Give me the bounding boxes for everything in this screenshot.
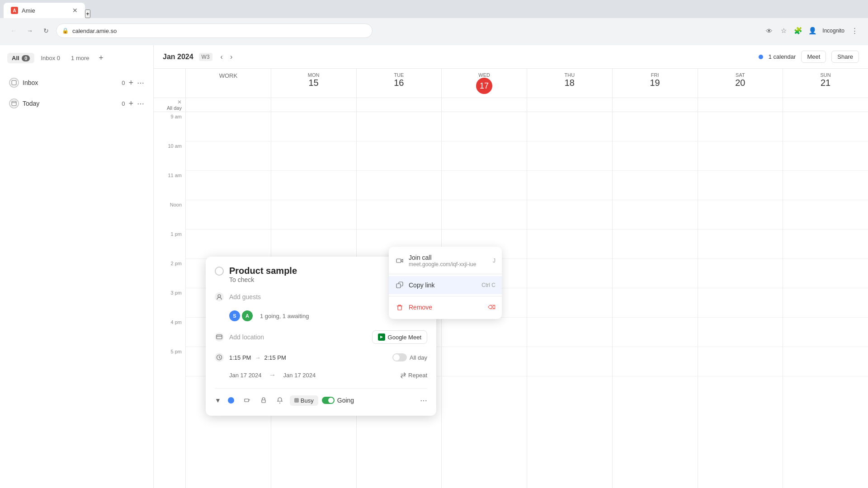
event-time-row: 1:15 PM → 2:15 PM All day bbox=[215, 351, 427, 364]
tab-inbox[interactable]: Inbox 0 bbox=[36, 53, 65, 63]
day-column-sun[interactable] bbox=[783, 112, 868, 488]
status-dot bbox=[294, 398, 299, 403]
all-day-cell-wed[interactable] bbox=[441, 98, 527, 112]
tab-all[interactable]: All 0 bbox=[7, 53, 34, 63]
browser-chrome: A Amie ✕ + ← → ↻ 🔒 calendar.amie.so 👁 ☆ … bbox=[0, 0, 868, 45]
new-tab-button[interactable]: + bbox=[85, 9, 90, 18]
day-name-work: Work bbox=[186, 72, 271, 79]
all-day-toggle[interactable]: All day bbox=[392, 353, 427, 361]
guests-add-label: Add guests bbox=[229, 293, 261, 300]
time-label-5pm: 5 pm bbox=[154, 347, 185, 376]
all-day-switch[interactable] bbox=[392, 353, 407, 361]
event-status-circle[interactable] bbox=[215, 267, 224, 276]
profile-icon[interactable]: 👤 bbox=[806, 24, 819, 37]
calendar-header: Jan 2024 W3 ‹ › 1 calendar Meet Share bbox=[154, 45, 868, 69]
sidebar-add-button[interactable]: + bbox=[96, 52, 107, 63]
tab-close-button[interactable]: ✕ bbox=[72, 7, 78, 14]
day-name-thu: Thu bbox=[527, 72, 612, 78]
address-bar[interactable]: 🔒 calendar.amie.so bbox=[56, 23, 373, 38]
reload-button[interactable]: ↻ bbox=[40, 24, 52, 37]
all-day-x: ✕ bbox=[177, 99, 182, 105]
svg-rect-1 bbox=[12, 101, 16, 106]
today-more-button[interactable]: ⋯ bbox=[137, 99, 144, 108]
all-day-cell-thu[interactable] bbox=[527, 98, 612, 112]
event-lock-button[interactable] bbox=[257, 394, 270, 407]
extensions-icon[interactable]: 🧩 bbox=[792, 24, 804, 37]
calendar-count-label: 1 calendar bbox=[769, 53, 796, 60]
day-number-sat: 20 bbox=[698, 78, 783, 88]
url-text: calendar.amie.so bbox=[72, 28, 117, 34]
time-label-1pm: 1 pm bbox=[154, 230, 185, 259]
svg-rect-0 bbox=[12, 80, 16, 85]
busy-status-badge[interactable]: Busy bbox=[290, 395, 318, 406]
day-column-sat[interactable] bbox=[698, 112, 783, 488]
expand-button[interactable]: ▼ bbox=[215, 397, 221, 404]
google-meet-icon bbox=[378, 333, 385, 341]
all-day-cell-mon[interactable] bbox=[271, 98, 356, 112]
tab-more[interactable]: 1 more bbox=[66, 53, 94, 63]
prev-week-button[interactable]: ‹ bbox=[218, 52, 226, 62]
svg-rect-11 bbox=[262, 400, 265, 403]
day-column-fri[interactable] bbox=[612, 112, 698, 488]
repeat-button[interactable]: Repeat bbox=[400, 372, 427, 379]
guest-avatar-s: S bbox=[229, 310, 240, 321]
all-day-cell-fri[interactable] bbox=[612, 98, 698, 112]
remove-text: Remove bbox=[409, 304, 483, 311]
footer-more-button[interactable]: ⋯ bbox=[420, 396, 427, 405]
calendar-days-header: Work Mon 15 Tue 16 Wed 17 Thu 18 bbox=[154, 69, 868, 98]
app-container: All 0 Inbox 0 1 more + Inbox 0 + ⋯ Today bbox=[0, 45, 868, 488]
event-tag-button[interactable] bbox=[241, 394, 254, 407]
location-icon bbox=[215, 333, 224, 342]
tab-title: Amie bbox=[22, 7, 35, 14]
browser-tabs: A Amie ✕ + bbox=[0, 0, 868, 18]
calendar-grid: Work Mon 15 Tue 16 Wed 17 Thu 18 bbox=[154, 69, 868, 488]
time-gutter-header bbox=[154, 69, 185, 98]
day-name-mon: Mon bbox=[271, 72, 356, 78]
context-menu-remove[interactable]: Remove ⌫ bbox=[389, 298, 502, 316]
bookmark-icon[interactable]: ☆ bbox=[777, 24, 790, 37]
today-add-button[interactable]: + bbox=[128, 99, 133, 108]
calendar-color-dot bbox=[759, 55, 763, 59]
meet-button[interactable]: Meet bbox=[801, 51, 826, 63]
context-menu-join-call[interactable]: Join call meet.google.com/iqf-xxji-iue J bbox=[389, 249, 502, 272]
event-bell-button[interactable] bbox=[274, 394, 286, 407]
time-label-noon: Noon bbox=[154, 200, 185, 230]
all-day-row: ✕ All day bbox=[154, 98, 868, 112]
forward-button[interactable]: → bbox=[24, 24, 36, 37]
guests-icon bbox=[215, 292, 224, 301]
share-button[interactable]: Share bbox=[831, 51, 859, 63]
day-header-mon: Mon 15 bbox=[271, 69, 356, 98]
context-menu-divider-1 bbox=[389, 274, 502, 274]
day-name-tue: Tue bbox=[357, 72, 442, 78]
day-header-thu: Thu 18 bbox=[527, 69, 612, 98]
day-name-fri: Fri bbox=[613, 72, 698, 78]
all-day-cell-work[interactable] bbox=[185, 98, 271, 112]
time-labels: 9 am 10 am 11 am Noon 1 pm 2 pm 3 pm 4 p… bbox=[154, 112, 185, 488]
inbox-more-button[interactable]: ⋯ bbox=[137, 79, 144, 87]
google-meet-button[interactable]: Google Meet bbox=[372, 330, 427, 344]
time-info: 1:15 PM → 2:15 PM bbox=[229, 354, 286, 361]
day-column-thu[interactable] bbox=[527, 112, 612, 488]
browser-tab-amie[interactable]: A Amie ✕ bbox=[4, 3, 85, 18]
location-add-label: Add location bbox=[229, 333, 367, 341]
eye-off-icon[interactable]: 👁 bbox=[763, 24, 775, 37]
next-week-button[interactable]: › bbox=[227, 52, 235, 62]
repeat-icon bbox=[400, 372, 406, 378]
all-badge: 0 bbox=[22, 55, 30, 61]
all-day-cell-sat[interactable] bbox=[698, 98, 783, 112]
context-menu-copy-link[interactable]: Copy link Ctrl C bbox=[389, 276, 502, 294]
menu-icon[interactable]: ⋮ bbox=[848, 24, 861, 37]
all-day-cell-sun[interactable] bbox=[783, 98, 868, 112]
sidebar: All 0 Inbox 0 1 more + Inbox 0 + ⋯ Today bbox=[0, 45, 154, 488]
back-button[interactable]: ← bbox=[7, 24, 20, 37]
all-day-cell-tue[interactable] bbox=[356, 98, 442, 112]
svg-point-8 bbox=[228, 397, 234, 404]
event-title: Product sample bbox=[229, 266, 297, 276]
svg-rect-4 bbox=[217, 335, 222, 339]
repeat-section[interactable]: Repeat bbox=[400, 372, 427, 379]
event-color-dot[interactable] bbox=[225, 394, 237, 407]
going-toggle[interactable]: Going bbox=[322, 397, 354, 404]
inbox-add-button[interactable]: + bbox=[128, 78, 133, 88]
day-header-wed: Wed 17 bbox=[441, 69, 527, 98]
status-label: Busy bbox=[301, 397, 314, 404]
